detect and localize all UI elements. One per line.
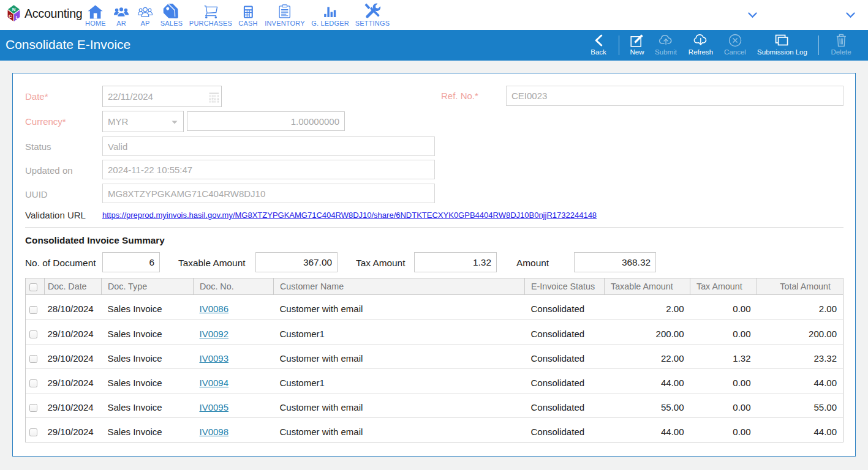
svg-text:N: N: [12, 7, 16, 12]
svg-text:L: L: [16, 15, 19, 20]
svg-text:C: C: [9, 13, 12, 19]
